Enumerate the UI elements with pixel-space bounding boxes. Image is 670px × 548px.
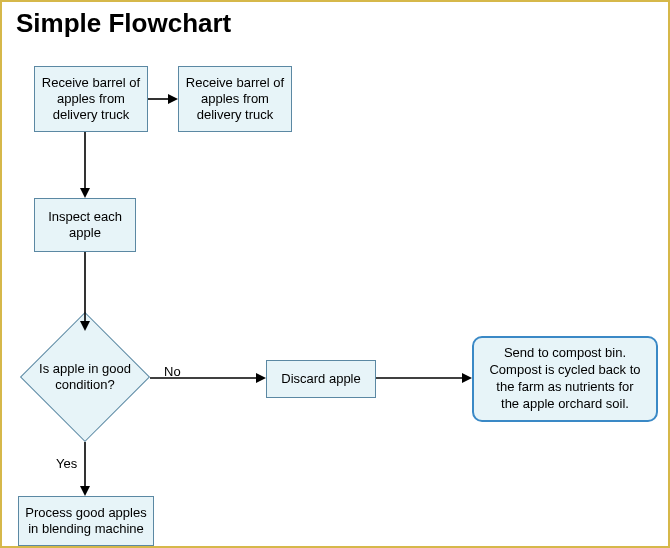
svg-marker-11 [80, 486, 90, 496]
edge-label-no: No [164, 364, 181, 379]
node-decision-good-condition: Is apple in good condition? [20, 312, 150, 442]
node-receive-barrel-1: Receive barrel of apples from delivery t… [34, 66, 148, 132]
decision-label: Is apple in good condition? [20, 312, 150, 442]
flowchart-frame: Simple Flowchart Receive barrel of apple… [0, 0, 670, 548]
svg-marker-7 [256, 373, 266, 383]
edge-label-yes: Yes [56, 456, 77, 471]
svg-marker-9 [462, 373, 472, 383]
svg-marker-3 [80, 188, 90, 198]
node-process-apples: Process good apples in blending machine [18, 496, 154, 546]
page-title: Simple Flowchart [16, 8, 231, 39]
svg-marker-1 [168, 94, 178, 104]
callout-compost-note: Send to compost bin. Compost is cycled b… [472, 336, 658, 422]
node-inspect-apple: Inspect each apple [34, 198, 136, 252]
node-discard-apple: Discard apple [266, 360, 376, 398]
node-receive-barrel-2: Receive barrel of apples from delivery t… [178, 66, 292, 132]
